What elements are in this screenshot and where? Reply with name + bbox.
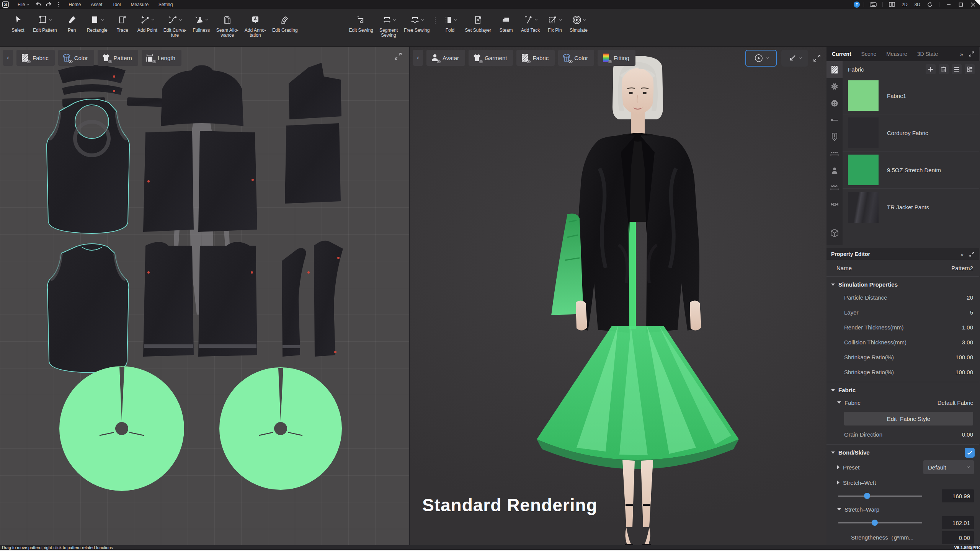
stretch-weft-value[interactable]: 160.99 bbox=[942, 489, 974, 502]
more-menu-button[interactable] bbox=[54, 0, 64, 9]
delete-fabric-button[interactable] bbox=[939, 64, 949, 74]
expand-3d-icon[interactable] bbox=[813, 54, 821, 62]
pattern-tank-front[interactable] bbox=[47, 99, 130, 233]
pattern-curved-piece-left[interactable] bbox=[282, 248, 306, 357]
menu-file[interactable]: File bbox=[13, 0, 34, 9]
property-value[interactable]: 100.00 bbox=[956, 369, 973, 375]
split-view-button[interactable] bbox=[887, 0, 897, 9]
panel-2d-pattern[interactable]: ‹ Fabric Color bbox=[0, 47, 410, 545]
menu-tool[interactable]: Tool bbox=[107, 0, 126, 9]
property-value[interactable]: 20 bbox=[967, 294, 973, 301]
pattern-back-yoke[interactable] bbox=[161, 65, 243, 127]
layout-view-button[interactable] bbox=[965, 64, 975, 74]
undo-button[interactable] bbox=[34, 0, 44, 9]
tab-3d-fitting[interactable]: Fitting bbox=[598, 50, 635, 66]
list-view-button[interactable] bbox=[952, 64, 962, 74]
tab-2d-fabric[interactable]: Fabric bbox=[16, 50, 55, 66]
strip-trim-button[interactable] bbox=[826, 78, 843, 95]
stretch-warp-row[interactable]: Stretch–Warp bbox=[826, 503, 979, 515]
stretch-warp-slider[interactable] bbox=[838, 522, 922, 523]
pattern-front-panel-right[interactable] bbox=[198, 131, 257, 232]
menu-asset[interactable]: Asset bbox=[86, 0, 107, 9]
slider-knob[interactable] bbox=[864, 493, 870, 499]
expand-2d-icon[interactable] bbox=[394, 52, 402, 60]
toolbar-button-add-point[interactable]: Add Point bbox=[134, 13, 160, 33]
toolbar-button-trace[interactable]: Trace bbox=[111, 13, 134, 33]
section-bond-skive[interactable]: Bond/Skive bbox=[826, 444, 979, 458]
strip-zipper-button[interactable] bbox=[826, 129, 843, 145]
tab-measure[interactable]: Measure bbox=[886, 51, 907, 57]
pattern-name-value[interactable]: Pattern2 bbox=[951, 265, 973, 271]
toolbar-button-edit-sewing[interactable]: Edit Sewing bbox=[346, 13, 376, 33]
pattern-pieces-canvas[interactable] bbox=[0, 47, 410, 545]
pattern-collar-band[interactable] bbox=[58, 65, 126, 83]
strip-avatar-button[interactable] bbox=[826, 162, 843, 179]
toolbar-button-pen[interactable]: Pen bbox=[60, 13, 84, 33]
toolbar-button-add-annotation[interactable]: Add Anno- tation bbox=[242, 13, 269, 38]
pattern-circle-skirt-right[interactable] bbox=[219, 367, 342, 490]
section-simulation-properties[interactable]: Simulation Properties bbox=[826, 277, 979, 290]
pattern-circle-skirt-left[interactable] bbox=[59, 366, 184, 491]
pattern-side-panel[interactable] bbox=[285, 123, 341, 204]
property-value[interactable]: 1.00 bbox=[962, 324, 973, 331]
avatar-3d-render[interactable] bbox=[531, 54, 745, 545]
tab-scene[interactable]: Scene bbox=[861, 51, 877, 57]
fabric-list-item[interactable]: 9.5OZ Stretch Denim bbox=[843, 152, 979, 189]
tab-2d-pattern[interactable]: Pattern bbox=[98, 50, 138, 66]
user-avatar[interactable]: Y bbox=[854, 2, 860, 8]
toolbar-button-fix-pin[interactable]: Fix Pin bbox=[543, 13, 567, 33]
mode-2d-button[interactable]: 2D bbox=[899, 2, 910, 7]
property-value[interactable]: 5 bbox=[970, 309, 973, 316]
stretch-weft-slider[interactable] bbox=[838, 496, 922, 497]
pattern-collar-band-2[interactable] bbox=[62, 84, 122, 95]
strip-topstitch-button[interactable] bbox=[826, 145, 843, 162]
property-value[interactable]: 100.00 bbox=[956, 354, 973, 360]
toolbar-button-select[interactable]: Select bbox=[6, 13, 30, 33]
bond-skive-checkbox[interactable] bbox=[965, 448, 975, 458]
property-value[interactable]: 3.00 bbox=[962, 339, 973, 346]
add-fabric-button[interactable] bbox=[926, 64, 936, 74]
stretch-warp-value[interactable]: 182.01 bbox=[942, 516, 974, 529]
section-fabric[interactable]: Fabric bbox=[826, 382, 979, 396]
fabric-list-item[interactable]: Fabric1 bbox=[843, 77, 979, 114]
expand-pe-icon[interactable] bbox=[969, 251, 975, 257]
collapse-3d-button[interactable]: ‹ bbox=[413, 50, 423, 66]
pattern-tank-back[interactable] bbox=[47, 244, 129, 373]
pattern-shoulder-piece[interactable] bbox=[289, 63, 341, 119]
property-value[interactable]: 0.00 bbox=[962, 431, 973, 438]
panel-3d-viewport[interactable]: ‹ Avatar Garment bbox=[410, 47, 826, 545]
toolbar-button-steam[interactable]: Steam bbox=[494, 13, 518, 33]
pattern-front-panel-left[interactable] bbox=[143, 131, 194, 232]
strip-pin-button[interactable] bbox=[826, 112, 843, 129]
strip-button-button[interactable] bbox=[826, 95, 843, 112]
strip-fabric-button[interactable] bbox=[826, 61, 843, 78]
tab-3d-fabric[interactable]: Fabric bbox=[516, 50, 555, 66]
fabric-selected-value[interactable]: Default Fabric bbox=[938, 399, 973, 406]
preset-dropdown[interactable]: Default bbox=[923, 460, 974, 474]
tab-2d-length[interactable]: Length bbox=[142, 50, 181, 66]
stretch-weft-row[interactable]: Stretch–Weft bbox=[826, 476, 979, 489]
toolbar-button-edit-curvature[interactable]: Edit Curva- ture bbox=[160, 13, 189, 38]
tab-current[interactable]: Current bbox=[832, 51, 851, 57]
mode-3d-button[interactable]: 3D bbox=[912, 2, 923, 7]
toolbar-button-seam-allowance[interactable]: Seam Allo- wance bbox=[213, 13, 242, 38]
maximize-button[interactable] bbox=[956, 0, 966, 9]
sync-button[interactable] bbox=[924, 0, 935, 9]
strip-3d-object-button[interactable] bbox=[826, 225, 843, 241]
fabric-list-item[interactable]: Corduroy Fabric bbox=[843, 114, 979, 152]
tab-3d-color[interactable]: Color bbox=[558, 50, 594, 66]
redo-button[interactable] bbox=[44, 0, 54, 9]
toolbar-button-add-tack[interactable]: Add Tack bbox=[518, 13, 543, 33]
tab-3d-garment[interactable]: Garment bbox=[469, 50, 513, 66]
fabric-sub-row[interactable]: Fabric Default Fabric bbox=[826, 396, 979, 409]
toolbar-button-rectangle[interactable]: Rectangle bbox=[84, 13, 111, 33]
toolbar-button-segment-sewing[interactable]: Segment Sewing bbox=[376, 13, 401, 38]
strength-value[interactable]: 0.00 bbox=[942, 531, 974, 544]
minimize-button[interactable] bbox=[943, 0, 954, 9]
collapse-left-button[interactable]: ‹ bbox=[3, 50, 13, 66]
toolbar-button-edit-grading[interactable]: Edit Grading bbox=[269, 13, 301, 33]
select-mode-button[interactable] bbox=[781, 50, 808, 67]
collapse-panel-icon[interactable]: » bbox=[960, 51, 963, 57]
toolbar-button-fullness[interactable]: Fullness bbox=[189, 13, 213, 33]
simulate-toggle-button[interactable] bbox=[745, 50, 777, 67]
